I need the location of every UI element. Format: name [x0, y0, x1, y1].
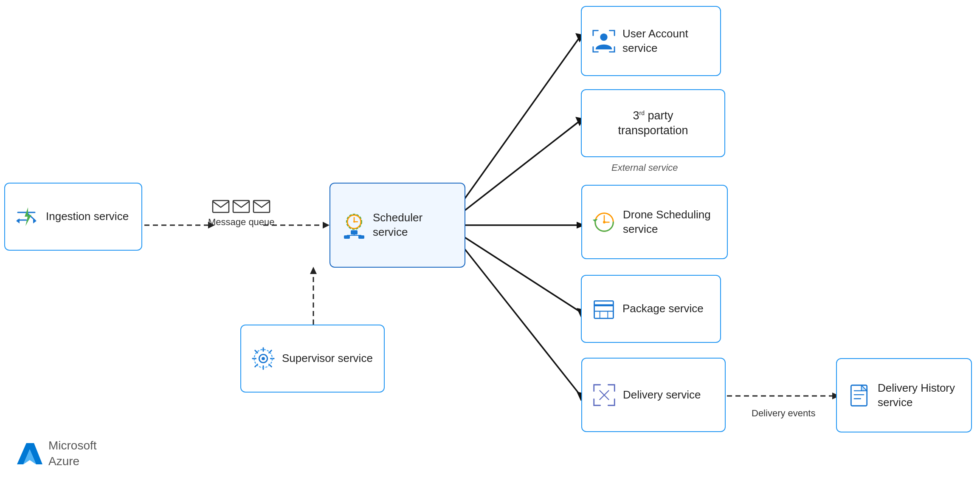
- external-service-label: External service: [611, 162, 678, 173]
- svg-marker-19: [16, 218, 20, 223]
- ingestion-service-box: Ingestion service: [4, 183, 142, 251]
- scheduler-icon: [341, 212, 367, 238]
- delivery-events-label: Delivery events: [752, 408, 815, 419]
- delivery-history-service-box: Delivery History service: [836, 358, 972, 432]
- supervisor-service-box: Supervisor service: [240, 325, 385, 393]
- svg-marker-20: [25, 207, 31, 226]
- svg-rect-23: [253, 201, 270, 212]
- message-queue: Message queue: [208, 200, 275, 228]
- svg-line-10: [446, 225, 581, 312]
- envelope-row: [212, 200, 270, 213]
- diagram-container: Ingestion service Message queue: [0, 0, 980, 486]
- supervisor-service-label: Supervisor service: [282, 351, 373, 366]
- envelope-icon-2: [232, 200, 250, 213]
- user-account-service-box: User Account service: [581, 6, 721, 76]
- user-account-service-label: User Account service: [622, 27, 711, 56]
- scheduler-service-box: Scheduler service: [329, 183, 465, 268]
- delivery-history-service-label: Delivery History service: [878, 381, 962, 410]
- third-party-service-box: 3rd partytransportation: [581, 89, 725, 157]
- supervisor-icon: [251, 346, 276, 371]
- delivery-service-box: Delivery service: [581, 358, 726, 432]
- third-party-label: 3rd partytransportation: [618, 108, 688, 138]
- drone-scheduling-service-box: Drone Scheduling service: [581, 185, 728, 259]
- drone-scheduling-icon: [591, 209, 617, 235]
- arrows-svg: [0, 0, 980, 486]
- azure-logo-icon: [17, 441, 42, 466]
- azure-logo-text: MicrosoftAzure: [48, 438, 97, 469]
- svg-marker-3: [323, 222, 329, 229]
- delivery-service-label: Delivery service: [623, 388, 701, 402]
- package-service-label: Package service: [622, 302, 704, 316]
- azure-logo: MicrosoftAzure: [17, 438, 97, 469]
- svg-line-6: [446, 121, 580, 225]
- envelope-icon-3: [253, 200, 270, 213]
- ingestion-icon: [14, 204, 40, 229]
- svg-marker-15: [310, 267, 317, 274]
- svg-point-47: [600, 33, 607, 40]
- svg-rect-30: [344, 235, 350, 239]
- svg-rect-31: [358, 235, 364, 239]
- svg-line-12: [446, 225, 581, 396]
- svg-line-58: [600, 390, 604, 395]
- svg-rect-21: [213, 201, 229, 212]
- svg-rect-22: [233, 201, 249, 212]
- svg-line-60: [600, 395, 604, 400]
- message-queue-label: Message queue: [208, 217, 275, 228]
- delivery-icon: [591, 382, 617, 408]
- delivery-history-icon: [846, 383, 872, 408]
- user-account-icon: [591, 28, 617, 54]
- svg-point-37: [262, 357, 265, 360]
- svg-marker-52: [593, 219, 598, 222]
- envelope-icon-1: [212, 200, 230, 213]
- svg-rect-29: [351, 230, 358, 235]
- svg-line-61: [604, 395, 609, 400]
- package-service-box: Package service: [581, 275, 721, 343]
- ingestion-service-label: Ingestion service: [46, 209, 129, 224]
- svg-line-59: [604, 390, 609, 395]
- scheduler-service-label: Scheduler service: [373, 211, 453, 240]
- svg-marker-18: [33, 218, 37, 223]
- drone-scheduling-service-label: Drone Scheduling service: [623, 208, 718, 237]
- package-icon: [591, 296, 617, 322]
- svg-line-4: [446, 37, 580, 225]
